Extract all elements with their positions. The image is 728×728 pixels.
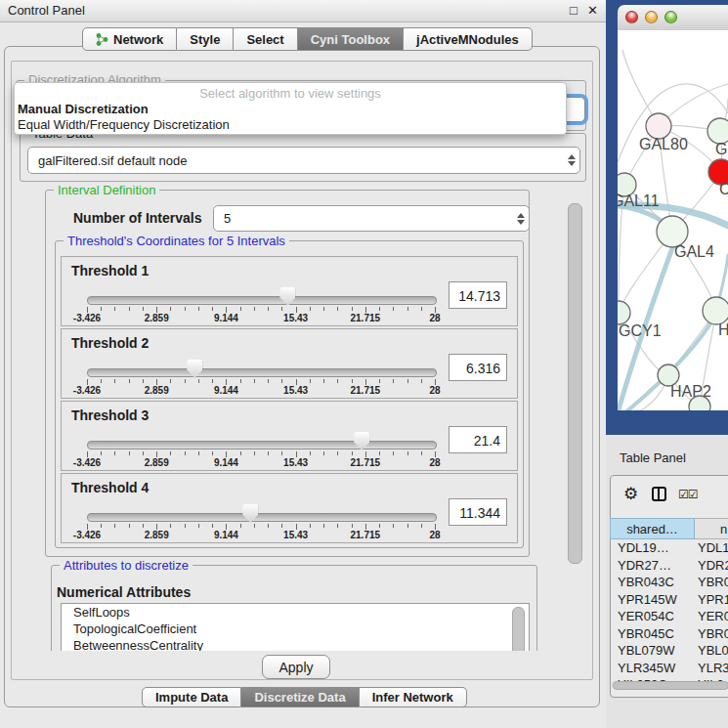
slider-tick-label: 15.43 [283, 530, 308, 540]
table-data-combo[interactable]: galFiltered.sif default node [27, 147, 580, 174]
table-row[interactable]: YER054CYER0 [610, 608, 728, 625]
cell-shared-name: YBL079W [618, 642, 675, 660]
table-rows: YDL19…YDL1YDR27…YDR2YBR043CYBR0YPR145WYP… [606, 539, 728, 681]
hscrollbar-thumb[interactable] [613, 681, 728, 690]
slider-tick-label: 28 [429, 313, 440, 323]
panel-title: Control Panel [8, 3, 85, 18]
float-window-icon[interactable]: □ [570, 3, 578, 18]
slider-tick [198, 379, 199, 383]
dropdown-item-equal-width[interactable]: Equal Width/Frequency Discretization [18, 117, 230, 132]
threshold-panel-4: Threshold 4-3.4262.8599.14415.4321.71528… [61, 473, 518, 543]
slider-tick [281, 524, 282, 528]
tab-infer-network[interactable]: Infer Network [360, 687, 467, 707]
threshold-value-field[interactable]: 14.713 [449, 281, 507, 309]
threshold-value-field[interactable]: 11.344 [449, 498, 507, 526]
slider-tick-label: 28 [429, 385, 440, 396]
tab-cyni-toolbox[interactable]: Cyni Toolbox [298, 27, 404, 51]
network-window-titlebar[interactable] [618, 5, 728, 31]
slider-tick [212, 379, 213, 383]
zoom-traffic-light[interactable] [664, 11, 677, 23]
threshold-value-field[interactable]: 21.4 [449, 426, 507, 453]
slider-tick [352, 379, 353, 383]
combo-value: 5 [214, 211, 513, 226]
combo-value: galFiltered.sif default node [28, 153, 564, 168]
network-node-label: H [718, 321, 728, 338]
close-icon[interactable]: ✕ [587, 3, 598, 18]
tab-network[interactable]: Network [82, 27, 177, 51]
tab-jactivemnodules[interactable]: jActiveMNodules [404, 27, 533, 51]
slider-tick [268, 379, 269, 383]
slider-tick [337, 451, 338, 455]
network-node-label: GAL4 [674, 243, 714, 260]
slider-tick [407, 524, 408, 528]
slider-tick [421, 379, 422, 383]
gear-icon[interactable]: ⚙ [623, 484, 638, 504]
slider-tick [114, 307, 115, 311]
dropdown-item-manual-discretization[interactable]: Manual Discretization [18, 102, 149, 116]
number-of-intervals-combo[interactable]: 5 [213, 205, 530, 232]
network-node-label: C [719, 181, 728, 197]
slider-tick [393, 451, 394, 455]
algorithm-dropdown-popup: Select algorithm to view settings Manual… [14, 82, 567, 135]
table-row[interactable]: YDL19…YDL1 [610, 539, 728, 557]
slider-tick [212, 451, 213, 455]
slider-tick [393, 307, 394, 311]
slider-track[interactable] [87, 441, 437, 450]
attribute-list-item[interactable]: SelfLoops [62, 604, 529, 621]
split-columns-icon[interactable] [652, 487, 666, 501]
slider-tick [393, 524, 394, 528]
column-header-shared[interactable]: shared… [610, 518, 695, 539]
threshold-panel-2: Threshold 2-3.4262.8599.14415.4321.71528… [61, 328, 518, 399]
slider-tick [198, 307, 199, 311]
slider-tick [129, 379, 130, 383]
numerical-attributes-list[interactable]: SelfLoopsTopologicalCoefficientBetweenne… [61, 603, 530, 651]
tab-select[interactable]: Select [234, 27, 297, 51]
slider-tick [281, 451, 282, 455]
slider-tick-label: 15.43 [283, 385, 308, 396]
slider-tick [212, 307, 213, 311]
slider-tick [129, 307, 130, 311]
tab-label: Infer Network [372, 690, 453, 705]
slider-tick [143, 307, 144, 311]
table-row[interactable]: YLR345WYLR3 [610, 660, 728, 677]
slider-tick-label: 28 [429, 457, 440, 468]
tab-style[interactable]: Style [177, 27, 234, 51]
network-canvas[interactable]: GAL80GCGAL11GAL4GCY1HHAP2 [618, 30, 728, 410]
slider-track[interactable] [87, 368, 437, 377]
slider-tick [379, 524, 380, 528]
slider-tick [421, 524, 422, 528]
close-traffic-light[interactable] [625, 11, 638, 23]
minimize-traffic-light[interactable] [645, 11, 658, 23]
attribute-list-item[interactable]: BetweennessCentrality [62, 637, 529, 651]
table-row[interactable]: YPR145WYPR1 [610, 591, 728, 609]
table-row[interactable]: YBR045CYBR0 [610, 625, 728, 643]
attribute-list-item[interactable]: TopologicalCoefficient [62, 621, 529, 637]
slider-track[interactable] [87, 513, 437, 522]
panel-scrollbar-thumb[interactable] [568, 203, 582, 564]
slider-tick-label: 15.43 [283, 457, 308, 468]
tab-label: Discretize Data [254, 690, 345, 705]
threshold-value-field[interactable]: 6.316 [449, 354, 507, 381]
network-node-h[interactable] [703, 297, 728, 324]
checkbox-columns-icon[interactable]: ☑☑ [678, 488, 698, 501]
tab-discretize-data[interactable]: Discretize Data [241, 687, 359, 707]
cell-shared-name: YBR045C [618, 625, 674, 643]
slider-tick-label: 9.144 [214, 385, 238, 396]
slider-tick-label: -3.426 [73, 530, 101, 540]
slider-tick [185, 307, 186, 311]
tab-label: Network [113, 32, 163, 47]
column-header-name[interactable]: n [695, 518, 728, 539]
table-panel-title: Table Panel [620, 450, 686, 465]
slider-tick-label: 9.144 [214, 457, 238, 468]
slider-tick [143, 524, 144, 528]
slider-track[interactable] [87, 296, 437, 305]
apply-button[interactable]: Apply [262, 655, 330, 679]
list-scrollbar-thumb[interactable] [512, 607, 525, 651]
slider-tick [240, 524, 241, 528]
table-row[interactable]: YBL079WYBL0 [610, 642, 728, 660]
network-node-gcy1[interactable] [618, 301, 630, 324]
tab-impute-data[interactable]: Impute Data [142, 687, 241, 707]
table-row[interactable]: YDR27…YDR2 [610, 557, 728, 575]
table-row[interactable]: YBR043CYBR0 [610, 574, 728, 591]
hscrollbar-track[interactable] [612, 681, 728, 689]
